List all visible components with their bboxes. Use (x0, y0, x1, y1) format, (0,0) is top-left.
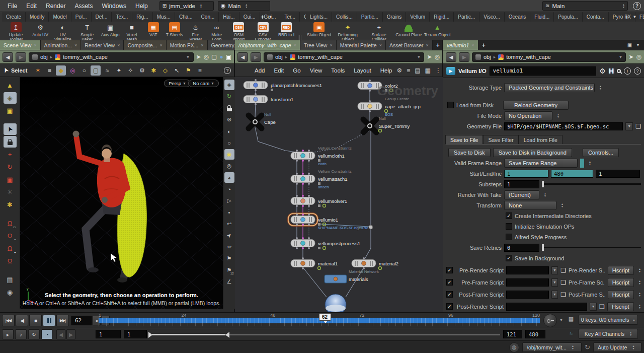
scoped-channels-icon[interactable]: ≈ (567, 329, 576, 338)
spinner-icon[interactable]: ▲▼ (638, 304, 641, 309)
script-file-icon[interactable]: ❏ (599, 303, 605, 310)
file-chooser-icon[interactable]: ❏ (635, 123, 641, 130)
global-end-field[interactable]: 480 (525, 330, 545, 338)
node-name-field[interactable]: vellumio1 (490, 66, 597, 76)
network-menu-item[interactable]: Go (288, 67, 305, 74)
pose-dim-icon[interactable]: ✳ (4, 186, 17, 198)
shelf-tab[interactable]: Def... (92, 12, 112, 22)
dropdown-caret-icon[interactable]: ▼ (551, 278, 558, 287)
shelf-tab[interactable]: Rig... (132, 12, 152, 22)
ruler-icon[interactable]: ∠ (224, 276, 234, 287)
shelfset-selector[interactable]: ≋ Main ▲▼ (542, 1, 628, 11)
channel-scope-icon[interactable]: ▦ (567, 314, 576, 323)
stop-button[interactable]: ■ (29, 315, 42, 326)
shelf-menu-caret-icon[interactable]: ▼ (269, 15, 273, 19)
light-normal-icon[interactable]: ○ (224, 137, 234, 148)
shelf-tab[interactable]: Mus... (153, 12, 175, 22)
gear-icon[interactable]: ⚙ (599, 67, 606, 75)
film-icon[interactable]: ◉ (4, 287, 17, 298)
spinner-icon[interactable]: ▲▼ (632, 345, 634, 350)
layers-icon[interactable]: ▤ (4, 274, 17, 286)
pane-tab[interactable]: Render View× (81, 40, 124, 50)
spinner-icon[interactable]: ▲▼ (629, 331, 632, 336)
script-checkbox[interactable]: ✓ (446, 267, 453, 273)
node-planarpatchfromcurves1[interactable]: planarpatchfromcurves1 (244, 79, 322, 91)
tab-close-icon[interactable]: × (293, 43, 296, 48)
hand-icon[interactable]: ▷ (224, 195, 234, 206)
lasso-select-icon[interactable]: ≈ (102, 65, 112, 76)
desktop-selector[interactable]: ⊞ jmm_wide ▲▼ (159, 1, 214, 11)
shelf-tab[interactable]: Tex... (112, 12, 132, 22)
select-box-icon[interactable]: ▣ (4, 105, 17, 116)
start-frame-input[interactable]: 1 (504, 170, 548, 178)
network-tools-icon[interactable]: ⚙ (396, 67, 402, 74)
jump-start-button[interactable]: |◀◀ (2, 315, 15, 326)
node-output-sphere[interactable] (325, 294, 346, 312)
layout-icon[interactable]: ▣ (226, 54, 231, 60)
network-dot[interactable] (369, 225, 373, 229)
folder-tab[interactable]: Save to File (445, 135, 483, 144)
folder-tab[interactable]: Save Filter (483, 135, 518, 144)
script-language-dropdown[interactable]: Hscript (608, 290, 634, 299)
shelf-tool[interactable]: + Surface Collider (363, 22, 394, 40)
breadcrumb-root[interactable]: obj (40, 54, 48, 60)
shelf-tool[interactable]: ■ Voxel Mesh (121, 22, 143, 40)
forward-button[interactable]: ▶ (251, 52, 261, 62)
shelf-tool[interactable]: ▤ T Sheets (164, 22, 185, 38)
add-tab-icon[interactable]: + (436, 42, 440, 49)
tab-close-icon[interactable]: × (159, 43, 162, 48)
shelf-tool[interactable]: ✦ Deforming Object (332, 22, 363, 40)
pane-menu-caret-icon[interactable]: ▼ (636, 43, 640, 47)
play-reverse-button[interactable]: ◀ (16, 315, 28, 326)
shelf-tab[interactable]: Hai... (219, 12, 239, 22)
shelf-tool[interactable]: ▣ Axis Align (100, 22, 121, 38)
script-input[interactable] (506, 278, 549, 287)
shelf-tool[interactable]: Ground Plane (394, 22, 423, 38)
radial-menu-icon[interactable]: ◎ (435, 54, 440, 60)
prev-key-button[interactable]: ◀ (56, 329, 65, 339)
translate-icon[interactable]: + (4, 149, 17, 160)
timeline[interactable]: 124487296120 62 (99, 313, 540, 327)
chevron-down-icon[interactable]: ▼ (186, 55, 190, 59)
radial-menu-selector[interactable]: ◉ Main ▲▼ (218, 1, 270, 11)
forward-button[interactable]: ▶ (459, 52, 469, 62)
script-input[interactable] (506, 303, 587, 311)
script-input[interactable] (506, 291, 549, 299)
node-vellumpostprocess1[interactable]: vellumpostprocess1 (291, 237, 360, 250)
shelf-tool[interactable]: ⚙ Auto UV (30, 22, 51, 38)
param-checkbox[interactable] (506, 234, 512, 240)
spinner-icon[interactable]: ▲▼ (589, 161, 591, 166)
playbar-options-icon[interactable]: ▸ (2, 329, 14, 339)
spinner-icon[interactable]: ▲▼ (544, 192, 546, 197)
secure-selection-icon[interactable] (4, 136, 17, 148)
spinner-icon[interactable]: ▲▼ (557, 113, 559, 118)
shelf-tool[interactable]: ▲ Terrain Object (423, 22, 452, 38)
pane-tab[interactable]: Scene View× (0, 40, 41, 50)
node-color2[interactable]: color2 (358, 80, 398, 92)
flag12-icon[interactable]: ⚑12 (224, 265, 234, 275)
param-checkbox[interactable]: ✓ (506, 213, 512, 219)
geometry-file-input[interactable]: $HIP/geo/$HIPNAME.$OS.$F.bgeo.sc (504, 122, 623, 130)
shelf-tab[interactable]: Con... (197, 12, 219, 22)
script-language-dropdown[interactable]: Hscript (608, 278, 634, 287)
light-off-icon[interactable]: ⊗ (224, 114, 234, 125)
view-menu-button[interactable]: Persp▼ (164, 80, 191, 87)
brush-select-icon[interactable]: ✦ (114, 65, 124, 76)
spinner-icon[interactable]: ▲▼ (561, 203, 564, 208)
range-slider-active[interactable] (152, 334, 225, 335)
pane-tab[interactable]: Tree View× (300, 40, 337, 50)
network-menu-item[interactable]: Tools (327, 67, 349, 74)
valid-frame-range-dropdown[interactable]: Save Frame Range (504, 159, 578, 168)
select-arrow-icon[interactable]: ➤ (1, 66, 10, 74)
script-checkbox[interactable]: ✓ (446, 303, 453, 310)
menu-item[interactable]: File (3, 3, 22, 10)
spinner-icon[interactable]: ▲▼ (638, 280, 641, 285)
shelf-tab[interactable]: Create (2, 12, 26, 22)
shelf-tab[interactable]: Ter... (280, 12, 300, 22)
breadcrumb[interactable]: obj ▸ tommy_with_cape ▼ (29, 52, 194, 62)
refresh-icon[interactable]: ↻ (585, 343, 590, 351)
pane-tab[interactable]: Composite...× (124, 40, 166, 50)
network-menu-item[interactable]: View (305, 67, 327, 74)
radial-menu-icon[interactable]: ◎ (204, 54, 209, 60)
spinner-icon[interactable]: ▲▼ (572, 345, 574, 350)
